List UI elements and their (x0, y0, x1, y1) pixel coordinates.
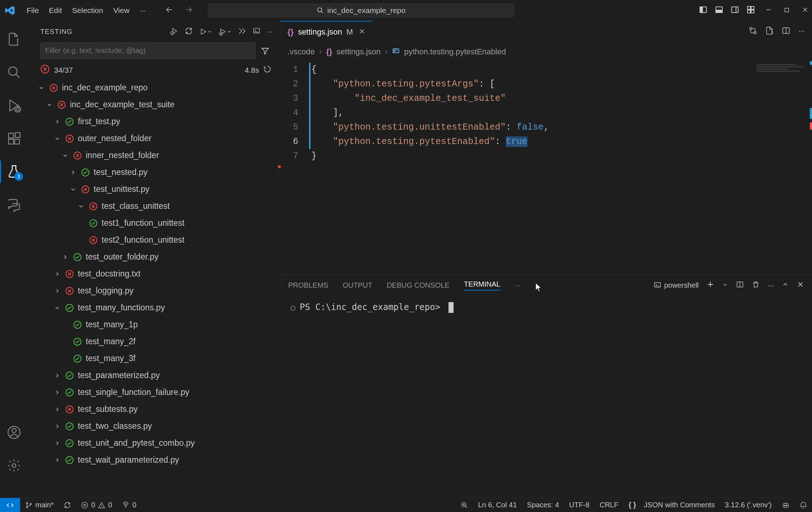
chevron-icon[interactable] (53, 406, 61, 413)
panel-tab-output[interactable]: OUTPUT (343, 281, 372, 289)
status-problems[interactable]: 0 0 (76, 498, 117, 512)
activity-chat[interactable] (0, 191, 28, 219)
status-indent[interactable]: Spaces: 4 (522, 498, 564, 512)
maximize-icon[interactable] (784, 6, 790, 15)
chevron-icon[interactable] (53, 288, 61, 294)
toggle-panel-icon[interactable] (715, 5, 723, 16)
show-output-icon[interactable] (253, 27, 260, 37)
status-cursor-position[interactable]: Ln 6, Col 41 (473, 498, 522, 512)
tree-item[interactable]: first_test.py (35, 113, 276, 130)
panel-more-icon[interactable]: ··· (768, 281, 774, 289)
tree-item[interactable]: test_two_classes.py (35, 418, 276, 435)
menu-selection[interactable]: Selection (68, 4, 107, 17)
chevron-icon[interactable] (53, 389, 61, 396)
open-changes-icon[interactable] (765, 26, 774, 37)
chevron-icon[interactable] (69, 169, 77, 176)
overview-ruler[interactable] (810, 61, 812, 274)
tree-item[interactable]: test_parameterized.py (35, 367, 276, 384)
status-sync[interactable] (59, 498, 76, 512)
terminal-content[interactable]: PS C:\inc_dec_example_repo> (280, 296, 812, 498)
tree-item[interactable]: test_many_1p (35, 316, 276, 333)
menu-file[interactable]: File (22, 4, 43, 17)
breadcrumbs[interactable]: .vscode › {} settings.json › python.test… (280, 42, 812, 61)
chevron-icon[interactable] (69, 186, 77, 193)
status-copilot[interactable] (777, 498, 795, 512)
code-editor[interactable]: 1234567 { "python.testing.pytestArgs": [… (280, 61, 812, 274)
split-editor-icon[interactable] (782, 26, 790, 37)
status-notifications[interactable] (795, 498, 812, 512)
menu-edit[interactable]: Edit (45, 4, 66, 17)
menu-view[interactable]: View (109, 4, 134, 17)
debug-all-icon[interactable] (219, 28, 232, 36)
status-language[interactable]: { } JSON with Comments (624, 498, 720, 512)
tree-item[interactable]: test_docstring.txt (35, 265, 276, 282)
tree-item[interactable]: test_nested.py (35, 164, 276, 181)
menu-more-icon[interactable]: ··· (135, 4, 151, 17)
tree-item[interactable]: test_wait_parameterized.py (35, 452, 276, 468)
breadcrumb-folder[interactable]: .vscode (287, 47, 315, 57)
terminal-shell-selector[interactable]: powershell (653, 281, 699, 289)
panel-tab-problems[interactable]: PROBLEMS (288, 281, 328, 289)
breadcrumb-file[interactable]: settings.json (336, 47, 380, 57)
tree-item[interactable]: inc_dec_example_test_suite (35, 96, 276, 113)
status-ports[interactable]: 0 (117, 498, 141, 512)
compare-changes-icon[interactable] (749, 26, 757, 37)
panel-tab-terminal[interactable]: TERMINAL (464, 280, 500, 291)
tab-close-icon[interactable] (359, 27, 365, 37)
chevron-icon[interactable] (61, 254, 69, 260)
chevron-icon[interactable] (45, 102, 53, 108)
minimap[interactable] (757, 63, 811, 81)
tree-item[interactable]: test_single_function_failure.py (35, 384, 276, 401)
chevron-icon[interactable] (53, 423, 61, 430)
tree-item[interactable]: inc_dec_example_repo (35, 79, 276, 96)
command-center-search[interactable]: inc_dec_example_repo (208, 4, 514, 17)
breadcrumb-symbol[interactable]: python.testing.pytestEnabled (404, 47, 506, 57)
activity-settings[interactable] (0, 452, 28, 480)
customize-layout-icon[interactable] (746, 5, 755, 16)
activity-run-debug[interactable] (0, 91, 28, 120)
close-window-icon[interactable] (802, 6, 808, 15)
tree-item[interactable]: test2_function_unittest (35, 232, 276, 248)
activity-testing[interactable]: 3 (0, 158, 28, 186)
tree-item[interactable]: inner_nested_folder (35, 147, 276, 164)
status-python[interactable]: 3.12.6 ('.venv') (720, 498, 777, 512)
filter-icon[interactable] (258, 42, 273, 59)
tree-item[interactable]: outer_nested_folder (35, 130, 276, 147)
tree-item[interactable]: test_many_3f (35, 350, 276, 367)
run-failed-icon[interactable] (170, 27, 178, 37)
tab-settings-json[interactable]: {} settings.json M (280, 21, 372, 42)
new-terminal-icon[interactable] (706, 280, 714, 290)
tree-item[interactable]: test_many_2f (35, 333, 276, 350)
nav-forward-icon[interactable] (184, 5, 193, 16)
panel-tab-debug-console[interactable]: DEBUG CONSOLE (387, 281, 449, 289)
chevron-icon[interactable] (53, 372, 61, 379)
kill-terminal-icon[interactable] (752, 280, 760, 290)
chevron-icon[interactable] (53, 135, 61, 142)
tree-item[interactable]: test_class_unittest (35, 198, 276, 215)
tree-item[interactable]: test_logging.py (35, 282, 276, 299)
rerun-icon[interactable] (263, 65, 271, 75)
chevron-icon[interactable] (53, 118, 61, 125)
status-encoding[interactable]: UTF-8 (564, 498, 595, 512)
chevron-icon[interactable] (53, 457, 61, 463)
tree-item[interactable]: test_unittest.py (35, 181, 276, 198)
tree-item[interactable]: test_many_functions.py (35, 299, 276, 316)
split-terminal-icon[interactable] (736, 280, 744, 290)
toggle-primary-sidebar-icon[interactable] (699, 5, 708, 16)
more-actions-icon[interactable]: ··· (267, 28, 273, 36)
run-all-icon[interactable] (199, 28, 212, 36)
tree-item[interactable]: test1_function_unittest (35, 215, 276, 232)
tree-item[interactable]: test_subtests.py (35, 401, 276, 418)
activity-explorer[interactable] (0, 25, 28, 53)
chevron-icon[interactable] (61, 152, 69, 159)
close-panel-icon[interactable] (797, 281, 804, 290)
terminal-dropdown-icon[interactable] (722, 281, 728, 289)
refresh-tests-icon[interactable] (185, 27, 193, 37)
activity-search[interactable] (0, 58, 28, 86)
editor-more-icon[interactable]: ··· (798, 26, 805, 37)
status-eol[interactable]: CRLF (594, 498, 623, 512)
toggle-secondary-sidebar-icon[interactable] (731, 5, 739, 16)
status-zoom[interactable] (456, 498, 473, 512)
nav-back-icon[interactable] (165, 5, 174, 16)
chevron-icon[interactable] (53, 305, 61, 311)
